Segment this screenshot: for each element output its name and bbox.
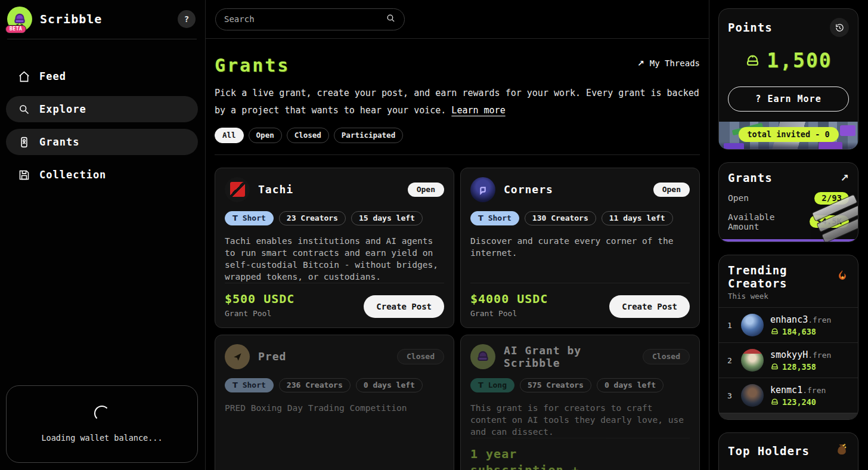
filter-chips: All Open Closed Participated: [215, 128, 700, 143]
wallet-loading-text: Loading wallet balance...: [41, 433, 162, 443]
trending-subtitle: This week: [719, 292, 858, 301]
type-tag: T Long: [470, 378, 514, 392]
left-sidebar: BETA Scribble ? Feed Explore: [0, 0, 206, 470]
scribble-beanie-icon: [470, 344, 495, 369]
text-type-icon: T: [478, 381, 483, 389]
total-invited-badge: total invited - 0: [738, 127, 838, 142]
beanie-icon: [770, 327, 779, 336]
sidebar-item-grants[interactable]: Grants: [6, 129, 198, 155]
grant-title: AI Grant by Scribble: [504, 344, 634, 369]
rank: 3: [727, 391, 734, 400]
trending-list: 1 enhanc3.fren 184,638 2 smokyyH.fren 12…: [719, 307, 858, 420]
text-type-icon: T: [478, 214, 483, 222]
search-icon[interactable]: [386, 13, 396, 26]
app: BETA Scribble ? Feed Explore: [0, 0, 868, 470]
creators-tag: 23 Creators: [279, 211, 346, 225]
avatar: [741, 314, 764, 336]
sidebar-nav: Feed Explore Grants Collection: [6, 63, 198, 188]
loading-spinner: [94, 406, 110, 421]
top-holders-card: Top Holders: [718, 432, 858, 470]
grants-summary-card: Grants ↗ Open 2/93 Available Amount $4.5…: [718, 162, 858, 242]
arrow-up-right-icon: ↗: [637, 58, 644, 68]
avatar: [741, 349, 764, 372]
creator-row[interactable]: 2 smokyyH.fren 128,358: [719, 342, 858, 378]
grants-summary-title: Grants: [728, 171, 773, 184]
creator-name: smokyyH: [770, 350, 808, 360]
right-rail: Points 1,500 ? Earn More: [709, 0, 868, 470]
home-icon: [17, 70, 30, 83]
beanie-icon: [770, 362, 779, 371]
grant-amount: 1 year subscription + scribble points: [470, 446, 601, 470]
status-badge[interactable]: Closed: [397, 349, 444, 364]
beanie-icon: [770, 397, 779, 406]
earn-more-button[interactable]: ? Earn More: [728, 86, 849, 112]
days-left-tag: 0 days left: [597, 378, 664, 392]
refer-banner[interactable]: total invited - 0 Refer and earn ↗: [719, 122, 858, 150]
scribble-logo[interactable]: BETA: [7, 7, 32, 32]
beta-badge: BETA: [5, 25, 26, 33]
tachi-logo-icon: [225, 177, 250, 202]
creator-name: enhanc3: [770, 314, 808, 325]
create-post-button[interactable]: Create Post: [364, 295, 444, 318]
filter-participated[interactable]: Participated: [334, 128, 403, 143]
days-left-tag: 11 days left: [602, 211, 673, 225]
avatar: [757, 419, 783, 420]
rank: 2: [727, 356, 734, 365]
sidebar-item-label: Collection: [39, 169, 106, 181]
grant-title: Corners: [504, 183, 553, 196]
money-bag-icon: [835, 443, 849, 459]
status-badge[interactable]: Open: [653, 183, 690, 197]
learn-more-link[interactable]: Learn more: [451, 105, 505, 116]
topbar: [206, 0, 709, 39]
creators-tag: 130 Creators: [525, 211, 596, 225]
search-input[interactable]: [224, 14, 381, 24]
type-tag: T Short: [225, 211, 274, 225]
sidebar-item-label: Grants: [39, 136, 79, 148]
main-column: Grants ↗ My Threads Pick a live grant, c…: [206, 0, 709, 470]
creator-row-current-user[interactable]: 39379 .fren 0: [719, 413, 858, 420]
arrow-up-right-icon[interactable]: ↗: [841, 172, 849, 184]
rank: 1: [727, 321, 734, 330]
grant-amount: $500 USDC: [225, 291, 294, 307]
filter-closed[interactable]: Closed: [287, 128, 329, 143]
sidebar-item-collection[interactable]: Collection: [6, 162, 198, 188]
sidebar-item-feed[interactable]: Feed: [6, 63, 198, 89]
filter-all[interactable]: All: [215, 128, 244, 143]
pred-logo-icon: [225, 344, 250, 369]
creator-points: 184,638: [782, 327, 816, 336]
magnifier-icon: [17, 103, 30, 116]
status-badge[interactable]: Open: [408, 183, 444, 197]
history-icon: [835, 23, 845, 33]
wallet-loading-box: Loading wallet balance...: [6, 385, 198, 463]
sidebar-item-label: Feed: [39, 70, 66, 82]
days-left-tag: 15 days left: [351, 211, 423, 225]
creators-tag: 575 Creators: [520, 378, 591, 392]
creator-row[interactable]: 1 enhanc3.fren 184,638: [719, 307, 858, 342]
points-history-button[interactable]: [830, 18, 849, 37]
points-value-row: 1,500: [728, 49, 849, 72]
grant-description: Discover and curate every corner of the …: [470, 235, 690, 259]
type-tag: T Short: [470, 211, 519, 225]
page-title: Grants: [215, 55, 290, 76]
filter-open[interactable]: Open: [249, 128, 282, 143]
grant-card-pred: Pred Closed T Short 236 Creators 0 days …: [215, 335, 454, 470]
corners-logo-icon: [470, 177, 495, 202]
grant-card-ai-grant: AI Grant by Scribble Closed T Long 575 C…: [460, 335, 700, 470]
my-threads-label: My Threads: [650, 58, 700, 68]
status-badge[interactable]: Closed: [643, 349, 690, 364]
grant-description: This grant is for creators to craft cont…: [470, 402, 690, 438]
grant-description: Tachi enables institutions and AI agents…: [225, 235, 444, 283]
trending-title: Trending Creators: [728, 264, 836, 290]
sidebar-item-explore[interactable]: Explore: [6, 96, 198, 122]
creator-points: 123,240: [782, 397, 816, 407]
brand-row: BETA Scribble ?: [6, 5, 198, 39]
trending-creators-card: Trending Creators This week 1 enhanc3.fr…: [718, 255, 858, 420]
save-icon: [17, 168, 30, 181]
grant-tag-icon: [17, 135, 30, 149]
beanie-points-icon: [745, 52, 761, 69]
search-bar[interactable]: [215, 8, 405, 30]
creator-row[interactable]: 3 kenmc1.fren 123,240: [719, 378, 858, 413]
my-threads-link[interactable]: ↗ My Threads: [637, 58, 700, 68]
help-button[interactable]: ?: [178, 10, 196, 28]
create-post-button[interactable]: Create Post: [609, 295, 690, 318]
